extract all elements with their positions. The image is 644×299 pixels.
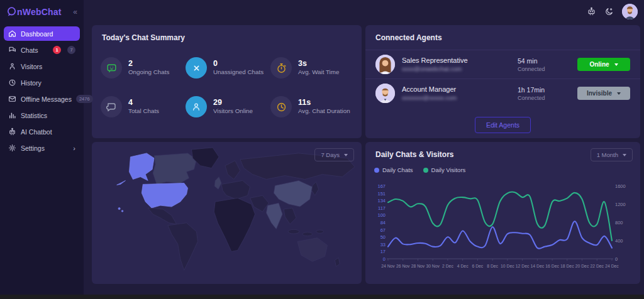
stopwatch-icon	[270, 57, 292, 79]
stat-label: Avg. Chat Duration	[298, 107, 350, 116]
world-map[interactable]	[93, 144, 360, 280]
chevron-down-icon	[614, 63, 618, 66]
chats-unread-badge: 1	[53, 46, 61, 54]
agent-connected-label: Connected	[518, 95, 577, 101]
chart-range-dropdown[interactable]: 1 Month	[591, 148, 633, 161]
stat-value: 4	[128, 98, 159, 108]
stat-label: Total Chats	[128, 107, 159, 116]
sidebar-item-visitors[interactable]: Visitors	[4, 59, 80, 73]
svg-text:14 Dec: 14 Dec	[531, 264, 545, 268]
ongoing-chats-icon	[101, 57, 122, 79]
agent-status-label: Invisible	[587, 90, 612, 97]
sidebar-item-dashboard[interactable]: Dashboard	[4, 26, 80, 41]
stat-visitors-online: 29 Visitors Online	[186, 96, 270, 117]
svg-text:134: 134	[377, 198, 386, 204]
sidebar: nWebChat « Dashboard Chats 1 7 Visitors …	[0, 0, 84, 295]
stat-avg-wait-time: 3s Avg. Wait Time	[270, 57, 355, 79]
legend-dot	[423, 168, 428, 173]
sidebar-item-ai-chatbot[interactable]: AI Chatbot	[4, 124, 80, 139]
header-actions	[587, 4, 638, 19]
stat-value: 11s	[298, 98, 350, 108]
chats-icon	[8, 46, 16, 54]
agent-name: Account Manager	[402, 85, 518, 93]
sidebar-collapse-icon[interactable]: «	[73, 8, 77, 16]
svg-text:30 Nov: 30 Nov	[426, 264, 440, 268]
map-range-dropdown[interactable]: 7 Days	[314, 148, 354, 161]
stat-value: 3s	[298, 59, 339, 69]
sidebar-item-history[interactable]: History	[4, 75, 80, 90]
chevron-down-icon	[623, 154, 626, 156]
sidebar-item-chats[interactable]: Chats 1 7	[4, 43, 80, 57]
daily-chart-card: Daily Chats & Visitors 1 Month Daily Cha…	[365, 142, 640, 284]
agent-connected-duration: 1h 17min	[518, 86, 577, 94]
connected-agents-card: Connected Agents Sales Representative xx…	[365, 25, 640, 138]
sidebar-item-label: Offline Messages	[21, 95, 72, 103]
summary-stats: 2 Ongoing Chats 0 Unassigned Chats 3s Av…	[92, 42, 362, 117]
visitor-map-card: 7 Days	[92, 142, 362, 284]
legend-daily-chats[interactable]: Daily Chats	[374, 166, 413, 173]
svg-text:151: 151	[377, 191, 386, 197]
agent-connected-label: Connected	[518, 66, 577, 72]
summary-title: Today's Chat Summary	[92, 25, 362, 42]
svg-text:2 Dec: 2 Dec	[442, 264, 453, 268]
logo-bubble-icon	[6, 6, 17, 17]
sidebar-item-label: Dashboard	[21, 30, 53, 38]
app-title: nWebChat	[17, 7, 62, 17]
chevron-down-icon	[617, 92, 621, 95]
stat-ongoing-chats: 2 Ongoing Chats	[101, 57, 186, 79]
stat-label: Unassigned Chats	[213, 68, 264, 77]
svg-text:4 Dec: 4 Dec	[457, 264, 469, 268]
robot-icon	[8, 128, 16, 136]
window-bottom-edge	[0, 295, 644, 299]
svg-text:10 Dec: 10 Dec	[501, 264, 514, 268]
svg-text:84: 84	[380, 220, 386, 226]
svg-text:18 Dec: 18 Dec	[560, 264, 574, 268]
envelope-icon	[8, 95, 16, 103]
svg-text:50: 50	[380, 234, 386, 240]
stat-value: 2	[128, 59, 169, 69]
agent-avatar	[375, 84, 395, 103]
svg-text:22 Dec: 22 Dec	[590, 264, 604, 268]
user-avatar[interactable]	[622, 4, 638, 19]
agent-status-dropdown[interactable]: Invisible	[577, 87, 630, 100]
svg-text:33: 33	[380, 242, 386, 247]
svg-text:16 Dec: 16 Dec	[545, 264, 559, 268]
ai-chatbot-icon[interactable]	[587, 7, 596, 16]
stat-label: Visitors Online	[213, 107, 253, 116]
svg-text:167: 167	[377, 183, 386, 189]
sidebar-item-label: Settings	[21, 144, 45, 152]
visitors-icon	[8, 62, 16, 70]
sidebar-item-offline-messages[interactable]: Offline Messages 2476	[4, 92, 80, 106]
svg-text:1600: 1600	[615, 183, 626, 189]
line-chart[interactable]: 1671511341171008467503317016001200800400…	[369, 181, 636, 280]
svg-text:26 Nov: 26 Nov	[396, 264, 410, 268]
agent-row: Sales Representative xxxx@onwebchat.com …	[365, 50, 640, 79]
home-icon	[8, 30, 16, 38]
sidebar-item-statistics[interactable]: Statistics	[4, 108, 80, 122]
legend-daily-visitors[interactable]: Daily Visitors	[423, 166, 466, 173]
offline-messages-badge: 2476	[76, 95, 93, 103]
svg-text:117: 117	[378, 205, 386, 211]
agent-connected-duration: 54 min	[518, 57, 577, 65]
legend-dot	[374, 168, 379, 173]
edit-agents-button[interactable]: Edit Agents	[475, 117, 531, 133]
sidebar-nav: Dashboard Chats 1 7 Visitors History Off…	[0, 26, 84, 155]
sidebar-item-label: Statistics	[21, 112, 47, 119]
agent-status-dropdown[interactable]: Online	[577, 58, 630, 71]
agent-email-blurred: xxxx@onwebchat.com	[402, 65, 518, 72]
svg-text:24 Nov: 24 Nov	[381, 264, 395, 268]
svg-text:1200: 1200	[615, 202, 626, 207]
dark-mode-icon[interactable]	[604, 7, 614, 16]
agent-list: Sales Representative xxxx@onwebchat.com …	[365, 50, 640, 107]
sidebar-item-label: AI Chatbot	[21, 128, 52, 136]
svg-text:28 Nov: 28 Nov	[411, 264, 425, 268]
agent-avatar	[375, 55, 395, 74]
agent-status-label: Online	[589, 61, 609, 68]
history-icon	[8, 79, 16, 87]
agent-email-blurred: xxxxxxx@xxxxx.com	[402, 94, 518, 101]
chat-summary-card: Today's Chat Summary 2 Ongoing Chats 0 U…	[92, 25, 362, 138]
legend-label: Daily Visitors	[431, 166, 466, 173]
svg-text:17: 17	[380, 249, 386, 254]
unassigned-chats-icon	[186, 57, 207, 79]
sidebar-item-settings[interactable]: Settings ›	[4, 141, 80, 155]
